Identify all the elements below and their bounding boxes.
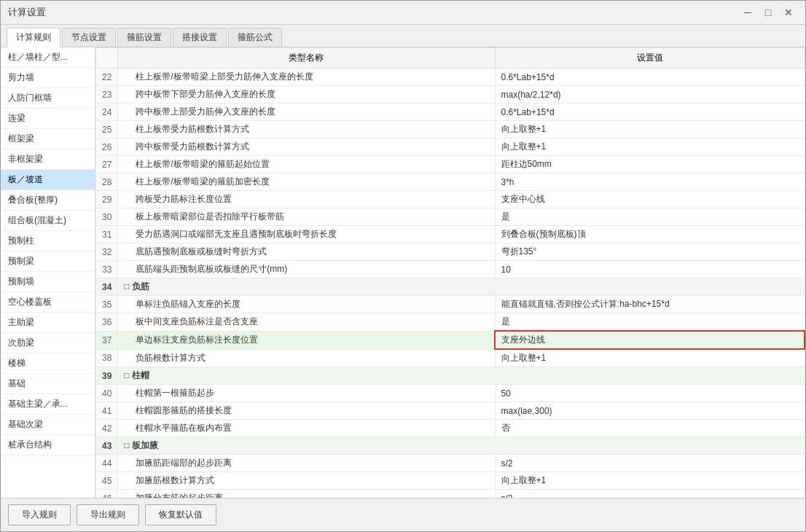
sidebar-item-slab-ramp[interactable]: 板／坡道 (1, 170, 95, 190)
table-row[interactable]: 39□ 柱帽 (96, 367, 805, 385)
row-name: □ 柱帽 (118, 367, 805, 385)
row-value: 能直锚就直锚,否则按公式计算:ha-bhc+15*d (495, 296, 805, 313)
table-row[interactable]: 34□ 负筋 (96, 278, 805, 296)
row-name: 底筋遇预制底板或板缝时弯折方式 (118, 243, 495, 261)
row-number: 33 (96, 261, 118, 278)
row-number: 24 (96, 103, 118, 121)
row-number: 41 (96, 402, 118, 420)
sidebar-item-found-main[interactable]: 基础主梁／承... (1, 394, 95, 415)
tab-node-settings[interactable]: 节点设置 (62, 28, 116, 47)
table-row[interactable]: 38负筋根数计算方式向上取整+1 (96, 349, 805, 367)
row-name: 跨中板带受力筋根数计算方式 (118, 138, 495, 156)
row-name: 板中间支座负筋标注是否含支座 (118, 313, 495, 332)
row-name: 跨中板带下部受力筋伸入支座的长度 (118, 86, 495, 103)
row-value[interactable]: 支座外边线 (495, 331, 805, 349)
table-row[interactable]: 24跨中板带上部受力筋伸入支座的长度0.6*Lab+15*d (96, 103, 805, 121)
row-name: 加腋筋距端部的起步距离 (118, 455, 495, 472)
restore-button[interactable]: 恢复默认值 (145, 504, 216, 525)
maximize-button[interactable]: □ (759, 5, 778, 20)
row-value: s/2 (495, 490, 805, 498)
row-number: 29 (96, 191, 118, 208)
tab-calc-rules[interactable]: 计算规则 (7, 28, 60, 47)
row-number: 34 (96, 278, 118, 296)
minimize-button[interactable]: ─ (738, 5, 757, 20)
row-number: 46 (96, 490, 118, 498)
row-name: 柱帽圆形箍筋的搭接长度 (118, 402, 495, 420)
sidebar-item-composite-slab2[interactable]: 组合板(混凝土) (1, 211, 95, 231)
table-row[interactable]: 23跨中板带下部受力筋伸入支座的长度max(ha/2,12*d) (96, 86, 805, 103)
sidebar-item-continuous-beam[interactable]: 连梁 (1, 109, 95, 129)
tab-stirrup-formula[interactable]: 箍筋公式 (228, 28, 282, 47)
table-container[interactable]: 类型名称 设置值 22柱上板带/板带暗梁上部受力筋伸入支座的长度0.6*Lab+… (95, 47, 805, 498)
table-row[interactable]: 40柱帽第一根箍筋起步50 (96, 385, 805, 402)
row-number: 44 (96, 455, 118, 472)
table-row[interactable]: 22柱上板带/板带暗梁上部受力筋伸入支座的长度0.6*Lab+15*d (96, 69, 805, 86)
settings-table: 类型名称 设置值 22柱上板带/板带暗梁上部受力筋伸入支座的长度0.6*Lab+… (95, 47, 805, 498)
sidebar-item-precast-col[interactable]: 预制柱 (1, 231, 95, 251)
row-number: 35 (96, 296, 118, 313)
sidebar-item-pile-found[interactable]: 桩承台结构 (1, 435, 95, 455)
sidebar-item-frame-beam[interactable]: 框架梁 (1, 129, 95, 149)
row-name: 柱上板带/板带暗梁的箍筋加密长度 (118, 173, 495, 191)
sidebar: 柱／墙柱／型...剪力墙人防门框墙连梁框架梁非框架梁板／坡道叠合板(整厚)组合板… (1, 47, 95, 498)
footer: 导入规则导出规则恢复默认值 (1, 498, 805, 531)
table-row[interactable]: 45加腋筋根数计算方式向上取整+1 (96, 472, 805, 490)
col-header-name: 类型名称 (118, 48, 495, 69)
row-number: 30 (96, 208, 118, 226)
row-value: max(ha/2,12*d) (495, 86, 805, 103)
row-value: 是 (495, 208, 805, 226)
table-row[interactable]: 26跨中板带受力筋根数计算方式向上取整+1 (96, 138, 805, 156)
table-row[interactable]: 46加腋分布筋的起步距离s/2 (96, 490, 805, 498)
row-name: 加腋分布筋的起步距离 (118, 490, 495, 498)
tab-lap-settings[interactable]: 搭接设置 (173, 28, 227, 47)
row-number: 32 (96, 243, 118, 261)
window-controls: ─ □ ✕ (738, 5, 798, 20)
row-name: 柱上板带/板带暗梁上部受力筋伸入支座的长度 (118, 69, 495, 86)
table-row[interactable]: 25柱上板带受力筋根数计算方式向上取整+1 (96, 121, 805, 138)
table-row[interactable]: 31受力筋遇洞口或端部无支座且遇预制底板时弯折长度到叠合板(预制底板)顶 (96, 226, 805, 243)
row-name: 单边标注支座负筋标注长度位置 (118, 331, 495, 349)
export-button[interactable]: 导出规则 (77, 504, 139, 525)
table-row[interactable]: 27柱上板带/板带暗梁的箍筋起始位置距柱边50mm (96, 156, 805, 173)
table-row[interactable]: 30板上板带暗梁部位是否扣除平行板带筋是 (96, 208, 805, 226)
row-value: 0.6*Lab+15*d (495, 69, 805, 86)
table-row[interactable]: 28柱上板带/板带暗梁的箍筋加密长度3*h (96, 173, 805, 191)
row-number: 43 (96, 437, 118, 455)
row-name: 柱帽第一根箍筋起步 (118, 385, 495, 402)
sidebar-item-col-wall[interactable]: 柱／墙柱／型... (1, 47, 95, 68)
table-row[interactable]: 35单标注负筋锚入支座的长度能直锚就直锚,否则按公式计算:ha-bhc+15*d (96, 296, 805, 313)
row-name: 加腋筋根数计算方式 (118, 472, 495, 490)
sidebar-item-civil-door[interactable]: 人防门框墙 (1, 88, 95, 109)
sidebar-item-composite-slab[interactable]: 叠合板(整厚) (1, 190, 95, 211)
sidebar-item-precast-wall[interactable]: 预制墙 (1, 272, 95, 292)
row-name: 跨中板带上部受力筋伸入支座的长度 (118, 103, 495, 121)
table-row[interactable]: 42柱帽水平箍筋在板内布置否 (96, 420, 805, 437)
table-row[interactable]: 43□ 板加腋 (96, 437, 805, 455)
tab-stirrup-settings[interactable]: 箍筋设置 (117, 28, 171, 47)
sidebar-item-hollow-slab[interactable]: 空心楼盖板 (1, 292, 95, 313)
row-number: 42 (96, 420, 118, 437)
sidebar-item-precast-beam[interactable]: 预制梁 (1, 251, 95, 272)
row-number: 36 (96, 313, 118, 332)
row-number: 40 (96, 385, 118, 402)
sidebar-item-secondary-beam[interactable]: 次肋梁 (1, 333, 95, 353)
table-row[interactable]: 37单边标注支座负筋标注长度位置支座外边线 (96, 331, 805, 349)
sidebar-item-non-frame-beam[interactable]: 非框架梁 (1, 149, 95, 170)
row-value: 距柱边50mm (495, 156, 805, 173)
sidebar-item-found-sec[interactable]: 基础次梁 (1, 415, 95, 435)
sidebar-item-main-beam[interactable]: 主助梁 (1, 313, 95, 333)
sidebar-item-foundation[interactable]: 基础 (1, 374, 95, 394)
table-row[interactable]: 29跨板受力筋标注长度位置支座中心线 (96, 191, 805, 208)
sidebar-item-shear-wall[interactable]: 剪力墙 (1, 68, 95, 88)
row-name: 柱帽水平箍筋在板内布置 (118, 420, 495, 437)
table-row[interactable]: 33底筋端头距预制底板或板缝的尺寸(mm)10 (96, 261, 805, 278)
table-row[interactable]: 41柱帽圆形箍筋的搭接长度max(lae,300) (96, 402, 805, 420)
main-panel: 类型名称 设置值 22柱上板带/板带暗梁上部受力筋伸入支座的长度0.6*Lab+… (95, 47, 805, 498)
table-row[interactable]: 44加腋筋距端部的起步距离s/2 (96, 455, 805, 472)
sidebar-item-stair[interactable]: 楼梯 (1, 353, 95, 374)
table-row[interactable]: 36板中间支座负筋标注是否含支座是 (96, 313, 805, 332)
import-button[interactable]: 导入规则 (8, 504, 71, 525)
close-button[interactable]: ✕ (779, 5, 798, 20)
table-row[interactable]: 32底筋遇预制底板或板缝时弯折方式弯折135° (96, 243, 805, 261)
row-value: 是 (495, 313, 805, 332)
